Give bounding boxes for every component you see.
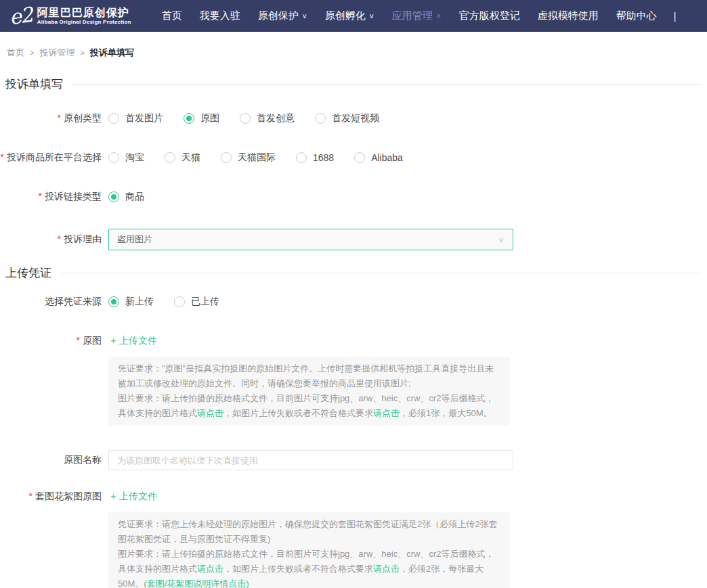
- nav-item-home[interactable]: 首页: [162, 9, 182, 22]
- nav-item-join[interactable]: 我要入驻: [200, 9, 240, 22]
- upload-label: 上传文件: [119, 491, 157, 503]
- nav-item-label: 虚拟模特使用: [538, 9, 599, 22]
- radio-label: 原图: [200, 112, 219, 125]
- nav-item-official-copyright[interactable]: 官方版权登记: [459, 9, 520, 22]
- form-row-original-image: *原图 ＋ 上传文件: [0, 334, 707, 348]
- radio-group-platform: 淘宝 天猫 天猫国际 1688 Alibaba: [108, 152, 423, 164]
- radio-group-original-type: 首发图片 原图 首发创意 首发短视频: [108, 112, 400, 125]
- format-help-link[interactable]: 请点击: [197, 564, 223, 574]
- form-row-link-type: *投诉链接类型 商品: [0, 189, 707, 204]
- nav-item-label: 原创孵化: [325, 9, 366, 22]
- complaint-form-section-title: 投诉单填写: [5, 76, 702, 92]
- radio-alibaba[interactable]: Alibaba: [354, 152, 403, 163]
- breadcrumb: 首页 > 投诉管理 > 投诉单填写: [7, 47, 700, 59]
- chevron-down-icon: ∨: [369, 12, 374, 20]
- form-row-set-image: *套图花絮图原图 ＋ 上传文件: [0, 489, 707, 504]
- radio-first-creative[interactable]: 首发创意: [240, 112, 295, 125]
- field-label-text: 投诉商品所在平台选择: [7, 152, 102, 162]
- breadcrumb-separator: >: [30, 49, 34, 57]
- set-image-detail-link[interactable]: (套图/花絮图说明详情点击): [144, 579, 249, 588]
- nav-item-virtual-model[interactable]: 虚拟模特使用: [538, 9, 599, 22]
- field-label-text: 原创类型: [64, 112, 102, 123]
- note-text: 凭证要求："原图"是指真实拍摄图的原始图片文件。上传时需要提供相机等拍摄工具直接…: [118, 363, 494, 388]
- note-paragraph: 图片要求：请上传拍摄的原始格式文件，目前图片可支持jpg、arw、heic、cr…: [118, 391, 500, 421]
- radio-label: Alibaba: [371, 152, 403, 163]
- note-text: ，如图片上传失败或者不符合格式要求: [223, 408, 373, 418]
- radio-original-image[interactable]: 原图: [184, 112, 219, 125]
- upload-fail-help-link[interactable]: 请点击: [373, 564, 400, 574]
- radio-icon: [296, 152, 307, 163]
- radio-label: 商品: [125, 191, 144, 203]
- nav-menu: 首页 我要入驻 原创保护∨ 原创孵化∨ 应用管理∧ 官方版权登记 虚拟模特使用 …: [153, 9, 666, 22]
- nav-item-help-center[interactable]: 帮助中心: [616, 9, 657, 22]
- radio-group-link-type: 商品: [108, 191, 165, 203]
- note-paragraph: 凭证要求：请您上传未经处理的原始图片，确保您提交的套图花絮图凭证满足2张（必须上…: [118, 517, 500, 547]
- required-mark: *: [1, 152, 4, 162]
- set-image-note: 凭证要求：请您上传未经处理的原始图片，确保您提交的套图花絮图凭证满足2张（必须上…: [108, 512, 510, 588]
- radio-label: 首发短视频: [332, 112, 379, 125]
- required-mark: *: [29, 491, 33, 501]
- upload-set-image-button[interactable]: ＋ 上传文件: [108, 491, 157, 503]
- required-mark: *: [77, 335, 80, 346]
- radio-label: 天猫: [181, 152, 200, 164]
- nav-item-original-protection[interactable]: 原创保护∨: [258, 9, 307, 22]
- original-name-input[interactable]: [108, 450, 513, 470]
- section-title-text: 上传凭证: [5, 265, 51, 281]
- nav-item-original-incubation[interactable]: 原创孵化∨: [325, 9, 374, 22]
- form-row-evidence-source: 选择凭证来源 新上传 已上传: [0, 294, 707, 309]
- radio-icon: [108, 152, 119, 163]
- complaint-reason-select[interactable]: 盗用图片 ∨: [108, 229, 513, 250]
- radio-new-upload[interactable]: 新上传: [108, 296, 154, 308]
- radio-label: 已上传: [191, 296, 219, 308]
- format-help-link[interactable]: 请点击: [197, 408, 223, 418]
- radio-label: 天猫国际: [238, 152, 276, 164]
- breadcrumb-complaint-management[interactable]: 投诉管理: [39, 47, 74, 59]
- top-navbar: e2 阿里巴巴原创保护 Alibaba Original Design Prot…: [0, 0, 707, 32]
- radio-label: 首发图片: [125, 112, 163, 125]
- radio-1688[interactable]: 1688: [296, 152, 334, 163]
- nav-item-label: 原创保护: [258, 9, 299, 22]
- chevron-down-icon: ∨: [302, 12, 307, 20]
- radio-checked-icon: [108, 191, 119, 202]
- divider: [72, 84, 702, 85]
- radio-icon: [174, 296, 185, 307]
- nav-item-app-management[interactable]: 应用管理∧: [392, 9, 442, 22]
- upload-section-title: 上传凭证: [5, 265, 702, 281]
- field-label-text: 选择凭证来源: [45, 296, 102, 307]
- radio-icon: [221, 152, 232, 163]
- page-title: 投诉单填写: [5, 76, 63, 92]
- form-row-reason: *投诉理由 盗用图片 ∨: [0, 229, 707, 250]
- field-label: *投诉理由: [0, 233, 102, 246]
- breadcrumb-current: 投诉单填写: [90, 47, 134, 59]
- radio-product[interactable]: 商品: [108, 191, 144, 203]
- note-text: ，如图片上传失败或者不符合格式要求: [223, 564, 373, 574]
- radio-taobao[interactable]: 淘宝: [108, 152, 144, 164]
- logo-subtitle: Alibaba Original Design Protection: [37, 19, 131, 26]
- note-text: 凭证要求：请您上传未经处理的原始图片，确保您提交的套图花絮图凭证满足2张（必须上…: [118, 519, 497, 544]
- radio-label: 1688: [313, 152, 334, 163]
- original-image-note: 凭证要求："原图"是指真实拍摄图的原始图片文件。上传时需要提供相机等拍摄工具直接…: [108, 357, 510, 426]
- upload-label: 上传文件: [119, 335, 157, 347]
- nav-item-label: 首页: [162, 9, 182, 22]
- radio-first-short-video[interactable]: 首发短视频: [315, 112, 379, 125]
- radio-tmall[interactable]: 天猫: [165, 152, 200, 164]
- note-paragraph: 图片要求：请上传拍摄的原始格式文件，目前图片可支持jpg、arw、heic、cr…: [118, 547, 500, 588]
- radio-icon: [354, 152, 365, 163]
- radio-icon: [240, 113, 251, 124]
- radio-group-evidence-source: 新上传 已上传: [108, 296, 240, 308]
- radio-label: 淘宝: [125, 152, 144, 164]
- radio-icon: [315, 113, 326, 124]
- app-logo[interactable]: e2 阿里巴巴原创保护 Alibaba Original Design Prot…: [9, 6, 131, 26]
- upload-original-image-button[interactable]: ＋ 上传文件: [108, 335, 157, 347]
- plus-icon: ＋: [108, 335, 118, 347]
- radio-first-published-image[interactable]: 首发图片: [108, 112, 163, 125]
- field-label: 选择凭证来源: [0, 296, 102, 308]
- breadcrumb-home[interactable]: 首页: [7, 47, 24, 59]
- note-paragraph: 凭证要求："原图"是指真实拍摄图的原始图片文件。上传时需要提供相机等拍摄工具直接…: [118, 361, 500, 391]
- radio-already-uploaded[interactable]: 已上传: [174, 296, 219, 308]
- field-label-text: 套图花絮图原图: [35, 491, 102, 501]
- form-row-original-name: 原图名称: [0, 450, 707, 470]
- radio-tmall-global[interactable]: 天猫国际: [221, 152, 276, 164]
- upload-fail-help-link[interactable]: 请点击: [373, 408, 400, 418]
- radio-checked-icon: [108, 296, 119, 307]
